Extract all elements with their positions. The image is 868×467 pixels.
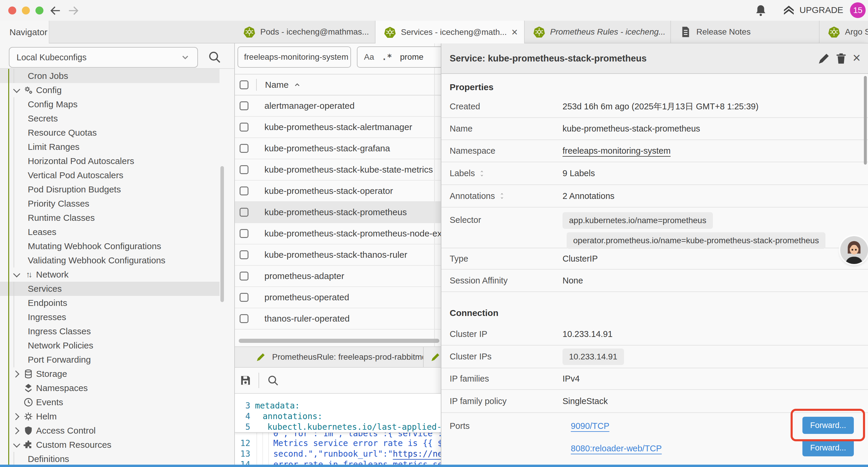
table-row[interactable]: kube-prometheus-stack-operator — [235, 181, 441, 202]
save-icon[interactable] — [239, 374, 252, 387]
sidebar-item-limit-ranges[interactable]: Limit Ranges — [0, 140, 219, 154]
forward-icon[interactable] — [67, 4, 80, 17]
yaml-editor[interactable]: 3metadata: 4annotations: 5kubectl.kubern… — [235, 394, 441, 465]
chevron-down-icon[interactable] — [12, 270, 21, 279]
tab-services[interactable]: Services - icecheng@math... × — [375, 21, 525, 43]
forward-button-8080[interactable]: Forward... — [802, 439, 854, 456]
row-checkbox[interactable] — [240, 165, 248, 174]
table-row[interactable]: kube-prometheus-stack-grafana — [235, 138, 441, 159]
delete-trash-icon[interactable] — [834, 52, 848, 65]
expand-toggle-icon[interactable] — [479, 170, 485, 177]
detail-scrollbar-thumb[interactable] — [864, 76, 867, 165]
sidebar-item-secrets[interactable]: Secrets — [0, 111, 219, 126]
port-link-9090[interactable]: 9090/TCP — [571, 421, 610, 431]
row-checkbox[interactable] — [240, 314, 248, 323]
minimize-window-button[interactable] — [22, 6, 30, 14]
maximize-window-button[interactable] — [35, 6, 43, 14]
table-row[interactable]: prometheus-adapter — [235, 266, 441, 287]
sidebar-scrollbar-thumb[interactable] — [220, 166, 224, 302]
tab-pods[interactable]: Pods - icecheng@mathmas... — [235, 21, 375, 43]
match-case-toggle[interactable]: Aa — [364, 52, 374, 62]
sidebar-item-network-policies[interactable]: Network Policies — [0, 339, 219, 353]
table-row[interactable]: thanos-ruler-operated — [235, 308, 441, 329]
upgrade-button[interactable]: UPGRADE — [782, 4, 843, 17]
chevron-right-icon[interactable] — [12, 412, 21, 420]
notification-count-badge[interactable]: 15 — [850, 2, 866, 18]
sidebar-search-icon[interactable] — [208, 50, 222, 64]
expand-toggle-icon[interactable] — [499, 193, 505, 200]
sidebar-item-config-maps[interactable]: Config Maps — [0, 97, 219, 111]
sidebar-item-priority-classes[interactable]: Priority Classes — [0, 197, 219, 211]
sidebar-item-leases[interactable]: Leases — [0, 225, 219, 239]
sidebar-item-validating-webhook-configurations[interactable]: Validating Webhook Configurations — [0, 253, 219, 267]
sidebar-item-pod-disruption-budgets[interactable]: Pod Disruption Budgets — [0, 182, 219, 197]
sidebar-item-events[interactable]: Events — [0, 395, 219, 409]
edit-pencil-icon[interactable] — [817, 52, 831, 65]
sidebar-item-definitions[interactable]: Definitions — [0, 452, 219, 465]
chevron-down-icon[interactable] — [12, 441, 21, 449]
sidebar-item-endpoints[interactable]: Endpoints — [0, 296, 219, 310]
namespace-select[interactable]: freeleaps-monitoring-system — [238, 47, 351, 68]
table-row-selected[interactable]: kube-prometheus-stack-prometheus — [235, 202, 441, 223]
notifications-bell-icon[interactable] — [754, 4, 768, 17]
tab-argo[interactable]: Argo Se — [819, 21, 868, 43]
table-row[interactable]: kube-prometheus-stack-alertmanager — [235, 117, 441, 138]
row-checkbox[interactable] — [240, 250, 248, 259]
avatar[interactable] — [840, 236, 868, 264]
sidebar-item-runtime-classes[interactable]: Runtime Classes — [0, 211, 219, 225]
close-window-button[interactable] — [8, 6, 16, 14]
close-tab-icon[interactable]: × — [512, 27, 518, 37]
chevron-right-icon[interactable] — [12, 370, 21, 378]
row-checkbox[interactable] — [240, 293, 248, 302]
port-link-8080[interactable]: 8080:reloader-web/TCP — [571, 444, 662, 454]
sidebar-item-mutating-webhook-configurations[interactable]: Mutating Webhook Configurations — [0, 239, 219, 253]
tab-prometheus-rules[interactable]: Prometheus Rules - icecheng... — [525, 21, 671, 43]
row-checkbox[interactable] — [240, 208, 248, 217]
sidebar-item-cron-jobs[interactable]: Cron Jobs — [0, 69, 219, 83]
row-checkbox[interactable] — [240, 101, 248, 110]
editor-search-icon[interactable] — [267, 374, 279, 387]
dock-tab-prometheusrule[interactable]: PrometheusRule: freeleaps-prod-rabbitmq — [235, 347, 423, 367]
sidebar-item-ingresses[interactable]: Ingresses — [0, 310, 219, 324]
table-row[interactable]: kube-prometheus-stack-thanos-ruler — [235, 244, 441, 266]
name-column-header[interactable]: Name — [265, 80, 301, 90]
sidebar-item-vertical-pod-autoscalers[interactable]: Vertical Pod Autoscalers — [0, 168, 219, 182]
namespace-link[interactable]: freeleaps-monitoring-system — [562, 146, 671, 156]
sidebar-item-resource-quotas[interactable]: Resource Quotas — [0, 126, 219, 140]
table-row[interactable]: prometheus-operated — [235, 287, 441, 308]
sidebar-item-network[interactable]: ↑↓ Network — [0, 267, 219, 282]
row-checkbox[interactable] — [240, 229, 248, 238]
table-row[interactable]: kube-prometheus-stack-kube-state-metrics — [235, 159, 441, 181]
sidebar-item-namespaces[interactable]: Namespaces — [0, 381, 219, 395]
sidebar-item-services[interactable]: Services — [0, 282, 219, 296]
list-search-input[interactable]: Aa .* prome — [357, 47, 441, 68]
kubeconfig-select[interactable]: Local Kubeconfigs — [9, 47, 198, 68]
chevron-down-icon[interactable] — [12, 86, 21, 94]
runbook-url-link[interactable]: https://net — [393, 449, 441, 459]
row-checkbox[interactable] — [240, 123, 248, 132]
table-row[interactable]: kube-prometheus-stack-prometheus-node-ex… — [235, 223, 441, 244]
sidebar-item-access-control[interactable]: Access Control — [0, 424, 219, 438]
tab-release-notes[interactable]: Release Notes — [671, 21, 819, 43]
sidebar-item-storage[interactable]: Storage — [0, 367, 219, 381]
row-checkbox[interactable] — [240, 186, 248, 195]
sidebar-item-port-forwarding[interactable]: Port Forwarding — [0, 353, 219, 367]
regex-toggle-icon[interactable]: .* — [382, 52, 392, 62]
select-all-checkbox[interactable] — [240, 80, 248, 89]
row-checkbox[interactable] — [240, 272, 248, 281]
sidebar-item-config[interactable]: Config — [0, 83, 219, 97]
sidebar-item-custom-resources[interactable]: Custom Resources — [0, 438, 219, 452]
sidebar-item-horizontal-pod-autoscalers[interactable]: Horizontal Pod Autoscalers — [0, 154, 219, 168]
horizontal-scrollbar-thumb[interactable] — [239, 339, 439, 343]
dock-tab-next[interactable] — [424, 347, 441, 367]
back-icon[interactable] — [49, 4, 62, 17]
table-row[interactable]: alertmanager-operated — [235, 95, 441, 117]
tab-navigator[interactable]: Navigator — [0, 21, 49, 43]
sidebar-item-helm[interactable]: Helm — [0, 409, 219, 424]
sidebar-item-label: Ingresses — [28, 312, 66, 322]
sidebar-item-ingress-classes[interactable]: Ingress Classes — [0, 324, 219, 339]
chevron-right-icon[interactable] — [12, 427, 21, 435]
row-checkbox[interactable] — [240, 144, 248, 153]
line-number: 5 — [235, 422, 250, 432]
close-panel-icon[interactable]: × — [852, 52, 866, 65]
